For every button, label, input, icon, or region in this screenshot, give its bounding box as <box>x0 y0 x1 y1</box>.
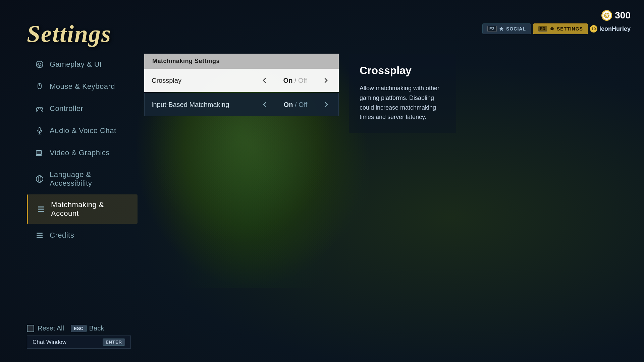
svg-rect-27 <box>38 206 44 207</box>
currency-display: 300 <box>601 10 631 21</box>
main-settings-panel: Matchmaking Settings Crossplay On / Off <box>144 54 339 117</box>
svg-point-15 <box>41 109 42 109</box>
audio-icon <box>35 126 44 135</box>
svg-rect-32 <box>37 237 43 238</box>
svg-point-0 <box>602 11 611 20</box>
svg-point-14 <box>40 108 41 109</box>
crossplay-left-arrow[interactable] <box>259 75 270 86</box>
sidebar-label-credits: Credits <box>50 231 74 240</box>
controller-icon <box>35 104 44 113</box>
mouse-icon <box>35 82 44 91</box>
back-key: ESC <box>71 325 87 332</box>
svg-point-11 <box>39 85 40 86</box>
svg-point-4 <box>38 63 41 66</box>
input-matchmaking-off: Off <box>299 101 307 108</box>
sidebar-item-gameplay[interactable]: Gameplay & UI <box>27 54 138 75</box>
info-title: Crossplay <box>360 64 445 77</box>
bottom-bar: Reset All ESC Back Chat Window ENTER <box>27 324 131 349</box>
right-chevron-icon <box>323 77 329 84</box>
input-matchmaking-sep: / <box>295 101 299 108</box>
social-icon <box>499 26 504 32</box>
sidebar-label-video: Video & Graphics <box>50 148 110 157</box>
currency-icon <box>601 10 612 21</box>
reset-all-button[interactable]: Reset All <box>27 324 64 332</box>
right-chevron-icon-2 <box>323 101 330 108</box>
svg-rect-31 <box>37 235 43 236</box>
sidebar-item-mouse-keyboard[interactable]: Mouse & Keyboard <box>27 76 138 97</box>
sidebar-item-matchmaking[interactable]: Matchmaking & Account <box>27 194 138 224</box>
settings-button[interactable]: F3 SETTINGS <box>533 23 588 34</box>
info-panel: Crossplay Allow matchmaking with other g… <box>349 54 456 133</box>
social-key: F2 <box>487 26 497 32</box>
gear-icon <box>549 26 555 32</box>
back-label: Back <box>89 324 104 332</box>
settings-key: F3 <box>538 26 547 32</box>
left-chevron-icon <box>261 77 268 84</box>
svg-rect-30 <box>37 233 43 234</box>
sidebar: Gameplay & UI Mouse & Keyboard Controlle… <box>27 54 138 247</box>
sidebar-item-language[interactable]: Language & Accessibility <box>27 164 138 194</box>
sidebar-item-audio[interactable]: Audio & Voice Chat <box>27 120 138 141</box>
sidebar-item-video[interactable]: Video & Graphics <box>27 142 138 164</box>
svg-point-24 <box>38 176 41 182</box>
input-matchmaking-left-arrow[interactable] <box>259 99 270 110</box>
enter-key-badge: ENTER <box>103 339 125 346</box>
back-button[interactable]: ESC Back <box>71 324 104 332</box>
video-icon <box>35 148 44 158</box>
sidebar-label-matchmaking: Matchmaking & Account <box>51 200 129 218</box>
social-button[interactable]: F2 SOCIAL <box>482 23 531 34</box>
crossplay-right-arrow[interactable] <box>321 75 331 86</box>
info-description: Allow matchmaking with other gaming plat… <box>360 83 445 122</box>
crossplay-off: Off <box>298 77 307 84</box>
top-right-ui: 300 F2 SOCIAL F3 SETTINGS 10 leonHurley <box>482 10 631 34</box>
svg-rect-16 <box>39 127 40 131</box>
input-matchmaking-row[interactable]: Input-Based Matchmaking On / Off <box>144 93 339 116</box>
sidebar-label-language: Language & Accessibility <box>50 170 129 188</box>
matchmaking-icon <box>36 204 46 214</box>
crossplay-name: Crossplay <box>152 77 259 84</box>
svg-point-1 <box>604 12 610 18</box>
crossplay-row[interactable]: Crossplay On / Off <box>144 69 339 92</box>
social-label: SOCIAL <box>506 26 526 32</box>
left-chevron-icon-2 <box>261 101 268 108</box>
sidebar-label-audio: Audio & Voice Chat <box>50 126 116 135</box>
username: leonHurley <box>599 25 631 33</box>
sidebar-item-controller[interactable]: Controller <box>27 98 138 119</box>
sidebar-item-credits[interactable]: Credits <box>27 225 138 246</box>
crossplay-sep: / <box>294 77 298 84</box>
language-icon <box>35 174 44 184</box>
svg-rect-29 <box>38 211 44 212</box>
chat-window-bar[interactable]: Chat Window ENTER <box>27 336 131 349</box>
bottom-actions: Reset All ESC Back <box>27 324 131 332</box>
nav-buttons: F2 SOCIAL F3 SETTINGS 10 leonHurley <box>482 23 631 34</box>
crossplay-value: On / Off <box>275 77 315 84</box>
input-matchmaking-control: On / Off <box>259 99 332 110</box>
input-matchmaking-on: On <box>284 101 293 108</box>
crossplay-control: On / Off <box>259 75 331 86</box>
page-title: Settings <box>27 20 111 48</box>
input-matchmaking-right-arrow[interactable] <box>321 99 332 110</box>
input-matchmaking-value: On / Off <box>275 101 316 109</box>
reset-checkbox <box>27 325 34 332</box>
sidebar-label-controller: Controller <box>50 104 83 113</box>
settings-header: Matchmaking Settings <box>144 54 339 69</box>
chat-window-label: Chat Window <box>33 339 66 346</box>
gameplay-icon <box>35 60 44 69</box>
currency-amount: 300 <box>615 10 631 21</box>
sidebar-label-gameplay: Gameplay & UI <box>50 60 102 69</box>
crossplay-on: On <box>283 77 293 84</box>
reset-label: Reset All <box>38 324 64 332</box>
input-matchmaking-name: Input-Based Matchmaking <box>151 101 259 109</box>
sidebar-label-mouse: Mouse & Keyboard <box>50 82 115 91</box>
svg-rect-22 <box>37 151 41 154</box>
svg-rect-28 <box>38 209 44 210</box>
user-level: 10 <box>590 25 597 33</box>
credits-icon <box>35 231 44 240</box>
svg-point-23 <box>36 176 43 182</box>
settings-label: SETTINGS <box>557 26 583 32</box>
